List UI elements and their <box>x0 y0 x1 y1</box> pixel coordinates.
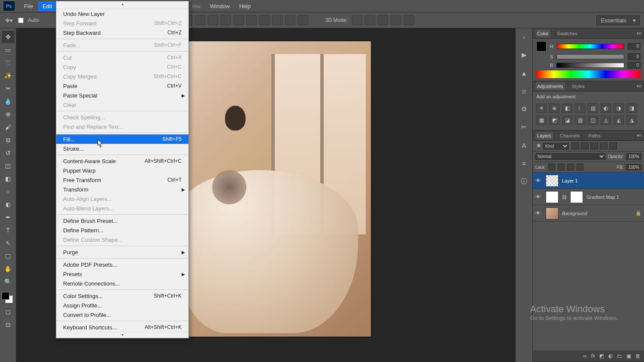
marquee-tool[interactable]: ▭ <box>2 44 15 56</box>
filter-shape-icon[interactable] <box>600 143 608 149</box>
adjustment-preset-9[interactable]: ◩ <box>549 116 559 125</box>
menu-scroll-down-icon[interactable]: ▾ <box>56 332 188 338</box>
menu-item-keyboard-shortcuts[interactable]: Keyboard Shortcuts...Alt+Shift+Ctrl+K <box>56 322 188 332</box>
menu-item-puppet-warp[interactable]: Puppet Warp <box>56 166 188 175</box>
layer-filter-kind[interactable]: Kind <box>543 143 569 149</box>
adjustment-preset-11[interactable]: ▥ <box>575 116 585 125</box>
layer-fx-icon[interactable]: fx <box>591 353 595 359</box>
adjustment-preset-13[interactable]: ◬ <box>601 116 611 125</box>
adjustment-preset-15[interactable]: ◮ <box>626 116 637 125</box>
menu-file[interactable]: File <box>20 1 37 11</box>
move-tool[interactable]: ✥ <box>2 31 15 43</box>
align-btn[interactable] <box>246 15 257 25</box>
menu-item-undo-new-layer[interactable]: Undo New Layer <box>56 9 188 18</box>
mode-3d-btn[interactable] <box>391 15 401 25</box>
tab-color[interactable]: Color <box>535 30 550 37</box>
panel-menu-icon[interactable]: ▾≡ <box>637 84 641 88</box>
align-btn[interactable] <box>285 15 295 25</box>
brush-tool[interactable]: 🖌 <box>2 121 15 133</box>
lasso-tool[interactable]: ➰ <box>2 57 15 69</box>
layer-mask-thumbnail[interactable] <box>570 191 583 203</box>
layer-visibility-icon[interactable]: 👁 <box>535 194 542 200</box>
heal-tool[interactable]: ⊕ <box>2 108 15 120</box>
menu-item-color-settings[interactable]: Color Settings...Shift+Ctrl+K <box>56 291 188 301</box>
lock-all-icon[interactable] <box>577 164 583 170</box>
fill-value[interactable]: 100% <box>626 164 641 170</box>
hue-slider[interactable] <box>557 44 624 49</box>
menu-item-transform[interactable]: Transform▶ <box>56 185 188 194</box>
eyedropper-tool[interactable]: 💧 <box>2 95 15 107</box>
link-layers-icon[interactable]: ∞ <box>583 353 587 359</box>
workspace-switcher[interactable]: Essentials <box>596 15 640 25</box>
menu-item-remote-connections[interactable]: Remote Connections... <box>56 279 188 288</box>
adjustment-preset-4[interactable]: ▤ <box>588 103 598 113</box>
path-tool[interactable]: ↖ <box>2 237 15 249</box>
align-btn[interactable] <box>221 15 231 25</box>
align-btn[interactable] <box>208 15 218 25</box>
menu-item-stroke[interactable]: Stroke... <box>56 144 188 153</box>
lock-trans-icon[interactable] <box>548 164 555 170</box>
stamp-tool[interactable]: ⧉ <box>2 134 15 146</box>
mode-3d-btn[interactable] <box>378 15 388 25</box>
new-layer-icon[interactable]: ▣ <box>626 353 631 359</box>
layer-visibility-icon[interactable]: 👁 <box>535 177 542 184</box>
menu-scroll-up-icon[interactable]: ▴ <box>56 1 188 9</box>
document-canvas[interactable] <box>161 41 371 337</box>
adjustment-preset-5[interactable]: ◐ <box>601 103 611 113</box>
bri-value[interactable]: 0 <box>628 62 641 69</box>
tab-layers[interactable]: Layers <box>535 132 553 140</box>
pen-tool[interactable]: ✒ <box>2 211 15 223</box>
blend-mode-select[interactable]: Normal <box>535 153 605 160</box>
zoom-tool[interactable]: 🔍 <box>2 276 15 288</box>
menu-help[interactable]: Help <box>235 1 255 11</box>
dodge-tool[interactable]: ◐ <box>2 198 15 210</box>
menu-item-define-brush-preset[interactable]: Define Brush Preset... <box>56 216 188 225</box>
adjustment-preset-3[interactable]: ☾ <box>575 103 585 113</box>
menu-item-fill[interactable]: Fill...Shift+F5 <box>56 134 188 144</box>
align-btn[interactable] <box>234 15 244 25</box>
menu-item-assign-profile[interactable]: Assign Profile... <box>56 301 188 310</box>
strip-properties-icon[interactable]: ⎚ <box>519 86 529 96</box>
hand-tool[interactable]: ✋ <box>2 263 15 275</box>
bri-slider[interactable] <box>556 63 624 68</box>
history-brush-tool[interactable]: ↺ <box>2 147 15 159</box>
menu-window[interactable]: Window <box>206 1 234 11</box>
adjustment-preset-0[interactable]: ☀ <box>536 103 547 113</box>
adjustment-preset-10[interactable]: ◪ <box>562 116 572 125</box>
filter-type-icon[interactable] <box>590 143 598 149</box>
panel-menu-icon[interactable]: ▾≡ <box>637 31 641 36</box>
menu-item-adobe-pdf-presets[interactable]: Adobe PDF Presets... <box>56 260 188 269</box>
strip-actions-icon[interactable]: ⚙ <box>519 104 529 114</box>
shape-tool[interactable]: ▢ <box>2 250 15 262</box>
tab-adjustments[interactable]: Adjustments <box>535 82 565 90</box>
screen-mode-icon[interactable]: ⊡ <box>2 319 15 331</box>
color-swatches[interactable] <box>2 292 15 305</box>
foreground-swatch[interactable] <box>2 292 9 300</box>
strip-history-icon[interactable]: ▶ <box>519 50 529 60</box>
layer-row[interactable]: 👁Layer 1 <box>533 173 644 189</box>
filter-adjust-icon[interactable] <box>581 143 589 149</box>
menu-edit[interactable]: Edit <box>38 1 56 11</box>
crop-tool[interactable]: ✂ <box>2 82 15 94</box>
strip-info-icon[interactable]: ⓘ <box>519 176 529 186</box>
type-tool[interactable]: T <box>2 224 15 236</box>
lock-pixel-icon[interactable] <box>558 164 565 170</box>
lock-pos-icon[interactable] <box>567 164 574 170</box>
layer-mask-icon[interactable]: ◩ <box>599 353 604 359</box>
menu-item-step-backward[interactable]: Step BackwardCtrl+Z <box>56 28 188 37</box>
menu-item-convert-to-profile[interactable]: Convert to Profile... <box>56 310 188 319</box>
eraser-tool[interactable]: ◫ <box>2 160 15 172</box>
strip-histogram-icon[interactable]: ▲ <box>519 68 529 78</box>
new-group-icon[interactable]: 🗀 <box>617 353 622 359</box>
adjustment-preset-6[interactable]: ◑ <box>614 103 624 113</box>
hue-value[interactable]: 0 <box>628 43 641 50</box>
gradient-tool[interactable]: ◧ <box>2 173 15 185</box>
menu-view-partial[interactable]: iew <box>188 1 205 11</box>
strip-brushes-icon[interactable]: ✂ <box>519 122 529 132</box>
align-btn[interactable] <box>195 15 205 25</box>
adjustment-preset-12[interactable]: ◫ <box>588 116 598 125</box>
adjustment-preset-2[interactable]: ◧ <box>562 103 572 113</box>
align-btn[interactable] <box>259 15 270 25</box>
layer-row[interactable]: 👁⛓Gradient Map 1 <box>533 189 644 205</box>
mode-3d-btn[interactable] <box>352 15 362 25</box>
